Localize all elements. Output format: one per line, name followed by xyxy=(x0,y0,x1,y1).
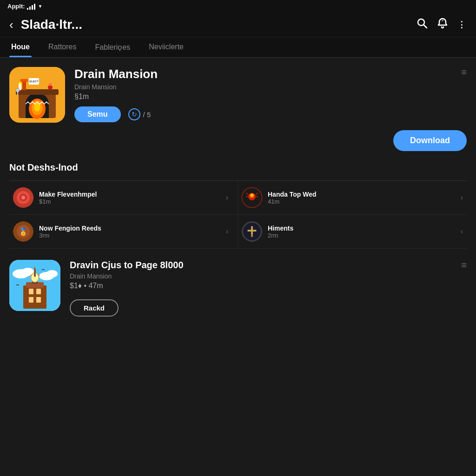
notif-text-3: Now Fengion Reeds 3rm xyxy=(39,225,220,239)
svg-point-12 xyxy=(19,82,21,84)
notif-icon-2 xyxy=(242,187,262,208)
notif-item-2[interactable]: Handa Top Wed 41m › xyxy=(238,181,467,215)
featured-app-actions: Semu ↻ / 5 xyxy=(74,106,452,122)
notif-item-4[interactable]: Himents 2rm ‹ xyxy=(238,215,467,249)
svg-rect-14 xyxy=(17,92,18,95)
second-app-info: Dravin Cjus to Page 8l000 Drain Mansion … xyxy=(70,260,452,317)
svg-rect-49 xyxy=(34,269,36,277)
signal-bars xyxy=(27,3,35,10)
svg-text:🏅: 🏅 xyxy=(19,227,28,236)
rackd-button[interactable]: Rackd xyxy=(70,299,119,317)
status-bar: Applt: ▼ xyxy=(0,0,476,13)
featured-app-info: Drain Mansion Drain Mansion §1m Semu ↻ /… xyxy=(74,67,452,122)
second-app-title: Dravin Cjus to Page 8l000 xyxy=(70,260,452,271)
notif-item-1[interactable]: Make Flevenhmpel $1m › xyxy=(9,181,238,215)
notif-sub-1: $1m xyxy=(39,198,220,205)
second-app-card: Dravin Cjus to Page 8l000 Drain Mansion … xyxy=(9,260,467,317)
notif-grid: Make Flevenhmpel $1m › xyxy=(9,180,467,249)
tab-neviiclerte[interactable]: Neviiclerte xyxy=(147,37,185,57)
second-app-subtitle: Drain Mansion xyxy=(70,272,452,280)
svg-rect-37 xyxy=(251,234,253,237)
svg-rect-50 xyxy=(29,289,33,294)
rating-icon: ↻ xyxy=(128,108,140,120)
svg-rect-36 xyxy=(247,230,256,231)
notif-name-4: Himents xyxy=(268,225,455,232)
notif-sub-3: 3rm xyxy=(39,232,220,239)
notif-text-1: Make Flevenhmpel $1m xyxy=(39,191,220,205)
chevron-4: ‹ xyxy=(461,227,463,236)
notification-icon[interactable] xyxy=(437,18,448,32)
svg-rect-53 xyxy=(36,297,41,303)
nav-tabs: Houe Rattores Fableriǫes Neviiclerte xyxy=(0,37,476,58)
notif-icon-3: 🏅 xyxy=(13,221,33,242)
semu-button[interactable]: Semu xyxy=(74,106,121,122)
rating-badge: ↻ / 5 xyxy=(128,108,151,120)
main-content: ELECT Drain Mansion Drain Mansion §1m Se… xyxy=(0,58,476,326)
featured-app-card: ELECT Drain Mansion Drain Mansion §1m Se… xyxy=(9,67,467,123)
svg-point-18 xyxy=(49,83,52,86)
dropdown-arrow: ▼ xyxy=(38,4,43,9)
featured-app-icon: ELECT xyxy=(9,67,65,123)
featured-app-subtitle: Drain Mansion xyxy=(74,83,452,91)
chevron-3: › xyxy=(226,227,228,236)
notif-name-3: Now Fengion Reeds xyxy=(39,225,220,232)
notif-icon-4 xyxy=(242,221,262,242)
svg-rect-52 xyxy=(29,297,33,303)
header-title: Slada·ltr... xyxy=(21,17,409,32)
header: ‹ Slada·ltr... ⋮ xyxy=(0,13,476,37)
notif-item-3[interactable]: 🏅 Now Fengion Reeds 3rm › xyxy=(9,215,238,249)
notif-sub-4: 2rm xyxy=(268,232,455,239)
header-icons: ⋮ xyxy=(416,18,467,32)
notif-name-1: Make Flevenhmpel xyxy=(39,191,220,198)
second-app-price: $1♦ • 47m xyxy=(70,282,452,290)
more-icon[interactable]: ⋮ xyxy=(457,20,467,30)
back-button[interactable]: ‹ xyxy=(9,18,13,32)
status-label: Applt: xyxy=(7,3,25,10)
search-icon[interactable] xyxy=(416,18,428,32)
featured-app-title: Drain Mansion xyxy=(74,67,452,81)
notif-section-title: Not Deshs-lnod xyxy=(9,162,467,173)
notif-sub-2: 41m xyxy=(268,198,455,205)
chevron-1: › xyxy=(226,193,228,202)
svg-rect-8 xyxy=(16,89,59,95)
rating-value: / 5 xyxy=(143,111,151,119)
svg-point-43 xyxy=(46,270,58,278)
download-button[interactable]: Download xyxy=(393,130,467,151)
featured-menu-icon[interactable]: ≡ xyxy=(461,67,467,78)
notif-icon-1 xyxy=(13,187,33,208)
svg-point-2 xyxy=(442,20,443,21)
svg-point-22 xyxy=(21,196,25,199)
notif-text-2: Handa Top Wed 41m xyxy=(268,191,455,205)
svg-rect-51 xyxy=(36,289,41,294)
notif-name-2: Handa Top Wed xyxy=(268,191,455,198)
chevron-2: › xyxy=(461,193,463,202)
svg-rect-9 xyxy=(22,81,26,90)
svg-text:ELECT: ELECT xyxy=(29,80,39,83)
second-app-icon xyxy=(9,260,60,311)
tab-home[interactable]: Houe xyxy=(9,37,32,57)
svg-rect-44 xyxy=(23,285,46,309)
svg-point-26 xyxy=(251,194,253,197)
svg-rect-10 xyxy=(20,79,28,82)
tab-fableries[interactable]: Fableriǫes xyxy=(93,37,132,57)
svg-point-13 xyxy=(16,88,20,92)
download-row: Download xyxy=(9,130,467,151)
second-app-menu-icon[interactable]: ≡ xyxy=(461,260,467,271)
tab-rattores[interactable]: Rattores xyxy=(46,37,78,57)
svg-line-1 xyxy=(424,25,427,28)
notif-text-4: Himents 2rm xyxy=(268,225,455,239)
featured-app-price: §1m xyxy=(74,93,452,101)
